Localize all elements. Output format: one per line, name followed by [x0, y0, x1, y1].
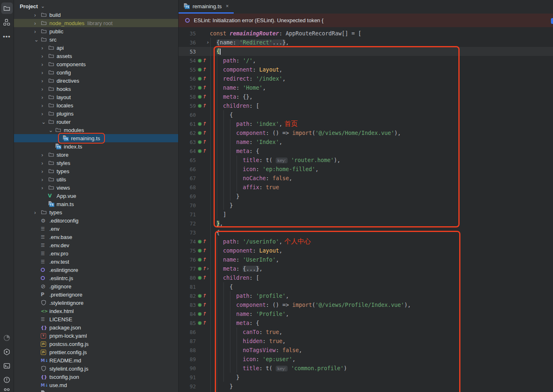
gutter-arrow-icon[interactable]: ↑ — [202, 311, 206, 316]
gutter-marker-icon[interactable] — [198, 104, 202, 108]
tree-item-.eslintignore[interactable]: .eslintignore — [14, 266, 178, 274]
gutter-marker-icon[interactable] — [198, 59, 202, 63]
gutter-marker-icon[interactable] — [198, 267, 202, 271]
gutter-marker-icon[interactable] — [198, 140, 202, 144]
chevron-right-icon[interactable]: › — [40, 78, 48, 84]
tree-item-.gitignore[interactable]: ⊘.gitignore — [14, 282, 178, 290]
gutter-marker-icon[interactable] — [198, 312, 202, 316]
gutter-marker-icon[interactable] — [198, 276, 202, 280]
fold-chevron-icon[interactable]: › — [206, 265, 209, 271]
tree-item-.env[interactable]: ☰.env — [14, 225, 178, 233]
code-line-36[interactable]: 36› {name: 'Redirect'...}, — [179, 38, 553, 47]
tree-item-postcss.config.js[interactable]: JSpostcss.config.js — [14, 340, 178, 348]
tree-item-.env.pro[interactable]: ☰.env.pro — [14, 249, 178, 257]
tree-item-config[interactable]: ›config — [14, 68, 178, 77]
tree-item-hooks[interactable]: ›hooks — [14, 85, 178, 93]
tree-item-main.ts[interactable]: TSmain.ts — [14, 200, 178, 208]
structure-icon[interactable] — [1, 16, 13, 28]
tree-item-types[interactable]: ›types — [14, 167, 178, 175]
chevron-right-icon[interactable]: › — [40, 185, 48, 191]
code-line-35[interactable]: 35const remainingRouter: AppRouteRecordR… — [179, 29, 553, 38]
tree-item-.editorconfig[interactable]: ⚙.editorconfig — [14, 216, 178, 225]
tree-item-license[interactable]: ☰LICENSE — [14, 315, 178, 323]
chevron-right-icon[interactable]: › — [33, 28, 41, 35]
services-icon[interactable] — [1, 346, 13, 357]
gutter-arrow-icon[interactable]: ↑ — [202, 320, 206, 325]
gutter-marker-icon[interactable] — [198, 321, 202, 325]
chevron-right-icon[interactable]: › — [40, 102, 48, 109]
fold-chevron-icon[interactable]: › — [206, 39, 209, 45]
gutter-marker-icon[interactable] — [198, 77, 202, 81]
gutter-marker-icon[interactable] — [198, 149, 202, 153]
tree-item-router[interactable]: ⌄router — [14, 118, 178, 126]
chevron-right-icon[interactable]: › — [40, 111, 48, 117]
tree-item-api[interactable]: ›api — [14, 44, 178, 52]
tree-item-.env.dev[interactable]: ☰.env.dev — [14, 241, 178, 249]
tree-item-utils[interactable]: ›utils — [14, 175, 178, 183]
tree-item-.prettierignore[interactable]: P.prettierignore — [14, 290, 178, 299]
tree-item-public[interactable]: ›public — [14, 27, 178, 35]
gutter-marker-icon[interactable] — [198, 240, 202, 244]
chevron-right-icon[interactable]: › — [40, 94, 48, 100]
chevron-down-icon[interactable]: ⌄ — [40, 119, 48, 125]
tree-item-pnpm-lock.yaml[interactable]: Ypnpm-lock.yaml — [14, 332, 178, 340]
tree-item-layout[interactable]: ›layout — [14, 93, 178, 101]
gutter-arrow-icon[interactable]: ↑ — [202, 58, 206, 63]
gutter-marker-icon[interactable] — [198, 258, 202, 262]
gutter-arrow-icon[interactable]: ↑ — [202, 67, 206, 72]
tree-item-directives[interactable]: ›directives — [14, 77, 178, 85]
gutter-arrow-icon[interactable]: ↑ — [202, 257, 206, 262]
tree-item-.env.base[interactable]: ☰.env.base — [14, 233, 178, 241]
tree-item-store[interactable]: ›store — [14, 151, 178, 159]
project-panel-header[interactable]: Project ⌄ — [14, 0, 178, 12]
tree-item-readme.md[interactable]: M↓README.md — [14, 356, 178, 364]
gutter-marker-icon[interactable] — [198, 303, 202, 307]
tree-item-locales[interactable]: ›locales — [14, 101, 178, 109]
gutter-arrow-icon[interactable]: ↑ — [202, 275, 206, 280]
gutter-marker-icon[interactable] — [198, 294, 202, 298]
tree-item-index.ts[interactable]: TSindex.ts — [14, 142, 178, 151]
gutter-arrow-icon[interactable]: ↑ — [202, 94, 206, 99]
tree-item-types[interactable]: ›types — [14, 208, 178, 216]
tree-item-app.vue[interactable]: VApp.vue — [14, 192, 178, 200]
gutter-arrow-icon[interactable]: ↑ — [202, 139, 206, 144]
chevron-right-icon[interactable]: › — [40, 70, 48, 76]
gutter-arrow-icon[interactable]: ↑ — [202, 293, 206, 298]
project-folder-icon[interactable] — [1, 2, 13, 14]
chevron-right-icon[interactable]: › — [40, 53, 48, 59]
profiler-icon[interactable] — [1, 332, 13, 343]
tree-item-tsconfig.json[interactable]: {}tsconfig.json — [14, 373, 178, 381]
tree-item-node-modules[interactable]: ›node_moduleslibrary root — [14, 19, 178, 27]
tree-item-plugins[interactable]: ›plugins — [14, 109, 178, 118]
tree-item-index.html[interactable]: <>index.html — [14, 307, 178, 315]
gutter-marker-icon[interactable] — [198, 249, 202, 253]
more-tools-icon[interactable]: ••• — [1, 30, 13, 42]
tree-item-stylelint.config.js[interactable]: stylelint.config.js — [14, 364, 178, 373]
gutter-arrow-icon[interactable]: ↑ — [202, 121, 206, 126]
gutter-marker-icon[interactable] — [198, 122, 202, 126]
chevron-right-icon[interactable]: › — [40, 45, 48, 51]
gutter-arrow-icon[interactable]: ↑ — [202, 239, 206, 244]
tree-item-styles[interactable]: ›styles — [14, 159, 178, 167]
tree-item-.stylelintignore[interactable]: .stylelintignore — [14, 299, 178, 307]
close-tab-icon[interactable]: × — [226, 3, 229, 9]
tree-item-partial[interactable]: TS — [14, 389, 178, 392]
gutter-marker-icon[interactable] — [198, 131, 202, 135]
gutter-marker-icon[interactable] — [198, 86, 202, 90]
chevron-down-icon[interactable]: ⌄ — [33, 37, 41, 43]
gutter-marker-icon[interactable] — [198, 68, 202, 72]
chevron-right-icon[interactable]: › — [33, 20, 41, 26]
tree-item-components[interactable]: ›components — [14, 60, 178, 68]
tree-item-use.md[interactable]: M↓use.md — [14, 381, 178, 389]
version-control-icon[interactable] — [1, 388, 13, 392]
gutter-arrow-icon[interactable]: ↑ — [202, 302, 206, 307]
terminal-icon[interactable] — [1, 360, 13, 371]
tree-item-.env.test[interactable]: ☰.env.test — [14, 257, 178, 266]
tree-item-assets[interactable]: ›assets — [14, 52, 178, 60]
chevron-right-icon[interactable]: › — [40, 168, 48, 174]
gutter-arrow-icon[interactable]: ↑ — [202, 85, 206, 90]
chevron-right-icon[interactable]: › — [33, 209, 41, 216]
banner-action-button[interactable] — [551, 18, 553, 24]
tree-item-views[interactable]: ›views — [14, 183, 178, 192]
gutter-arrow-icon[interactable]: ↑ — [202, 103, 206, 108]
